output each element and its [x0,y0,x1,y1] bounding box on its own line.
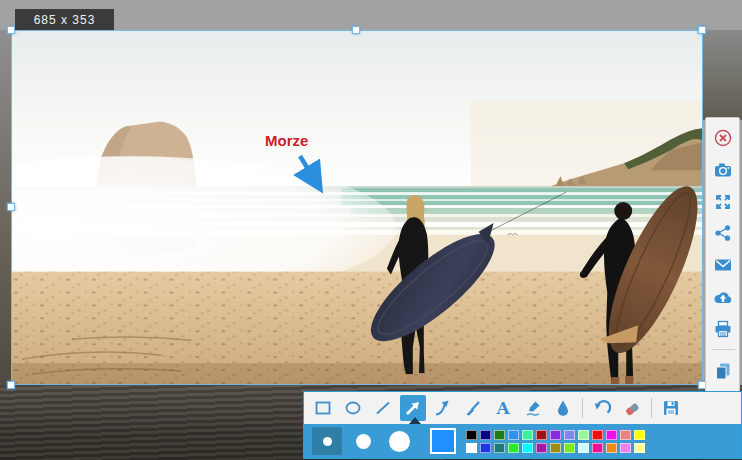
share-icon [713,223,733,243]
color-swatch[interactable] [494,443,505,453]
active-tool-pointer [409,417,421,424]
color-swatch[interactable] [564,443,575,453]
dimmed-area-right [703,30,742,120]
color-swatch[interactable] [578,430,589,440]
curved-arrow-icon [433,398,453,418]
capture-button[interactable] [712,159,734,181]
curved-arrow-tool[interactable] [430,395,456,421]
handle-top-middle[interactable] [352,26,360,34]
color-swatch[interactable] [550,430,561,440]
color-swatch[interactable] [620,443,631,453]
color-swatch[interactable] [592,443,603,453]
ellipse-icon [343,398,363,418]
color-swatch[interactable] [606,443,617,453]
ellipse-tool[interactable] [340,395,366,421]
color-swatch[interactable] [508,430,519,440]
color-swatch[interactable] [494,430,505,440]
thickness-small[interactable] [312,427,342,455]
capture-selection[interactable] [11,30,703,385]
undo-button[interactable] [589,395,615,421]
color-swatch[interactable] [620,430,631,440]
eraser-tool[interactable] [619,395,645,421]
current-color-swatch[interactable] [430,428,456,454]
selection-size-badge: 685 x 353 [15,9,114,30]
thickness-dot [389,431,410,452]
tool-row: A [304,392,741,424]
color-swatch[interactable] [522,430,533,440]
copy-icon [713,361,733,381]
cloud-upload-icon [713,287,733,307]
text-icon: A [496,400,509,417]
blur-tool[interactable] [550,395,576,421]
color-palette [466,430,645,453]
save-button[interactable] [658,395,684,421]
fullscreen-button[interactable] [712,191,734,213]
share-button[interactable] [712,222,734,244]
email-button[interactable] [712,254,734,276]
annotation-arrow[interactable] [290,150,330,198]
print-button[interactable] [712,318,734,340]
email-icon [713,255,733,275]
eraser-icon [622,398,642,418]
line-tool[interactable] [370,395,396,421]
line-icon [373,398,393,418]
rectangle-icon [313,398,333,418]
color-swatch[interactable] [522,443,533,453]
color-swatch[interactable] [550,443,561,453]
photo-scene [12,31,702,384]
screen-capture-app: Morze 685 x 353 [0,0,742,460]
thickness-dot [323,437,332,446]
tool-divider [651,398,652,418]
handle-top-right[interactable] [698,26,706,34]
rectangle-tool[interactable] [310,395,336,421]
handle-left-middle[interactable] [7,203,15,211]
color-swatch[interactable] [536,430,547,440]
options-row [304,424,741,458]
marker-icon [523,398,543,418]
color-swatch[interactable] [508,443,519,453]
fullscreen-icon [713,192,733,212]
undo-icon [592,398,612,418]
side-toolbar [705,117,740,392]
annotation-toolbar: A [303,391,742,459]
handle-top-left[interactable] [7,26,15,34]
color-swatch[interactable] [564,430,575,440]
close-button[interactable] [712,127,734,149]
copy-button[interactable] [712,360,734,382]
thickness-large[interactable] [384,427,414,455]
upload-button[interactable] [712,286,734,308]
color-swatch[interactable] [480,430,491,440]
handle-bottom-left[interactable] [7,381,15,389]
toolbar-divider [711,349,735,350]
color-swatch[interactable] [592,430,603,440]
droplet-icon [553,398,573,418]
close-icon [713,128,733,148]
save-icon [661,398,681,418]
color-swatch[interactable] [536,443,547,453]
thickness-medium[interactable] [348,427,378,455]
color-swatch[interactable] [480,443,491,453]
annotation-text[interactable]: Morze [265,132,308,149]
text-tool[interactable]: A [490,395,516,421]
color-swatch[interactable] [634,430,645,440]
color-swatch[interactable] [466,430,477,440]
color-swatch[interactable] [578,443,589,453]
color-swatch[interactable] [466,443,477,453]
brush-icon [463,398,483,418]
brush-tool[interactable] [460,395,486,421]
arrow-icon [403,398,423,418]
tool-divider [582,398,583,418]
color-swatch[interactable] [634,443,645,453]
marker-tool[interactable] [520,395,546,421]
camera-icon [713,160,733,180]
color-swatch[interactable] [606,430,617,440]
thickness-dot [356,434,371,449]
print-icon [713,319,733,339]
